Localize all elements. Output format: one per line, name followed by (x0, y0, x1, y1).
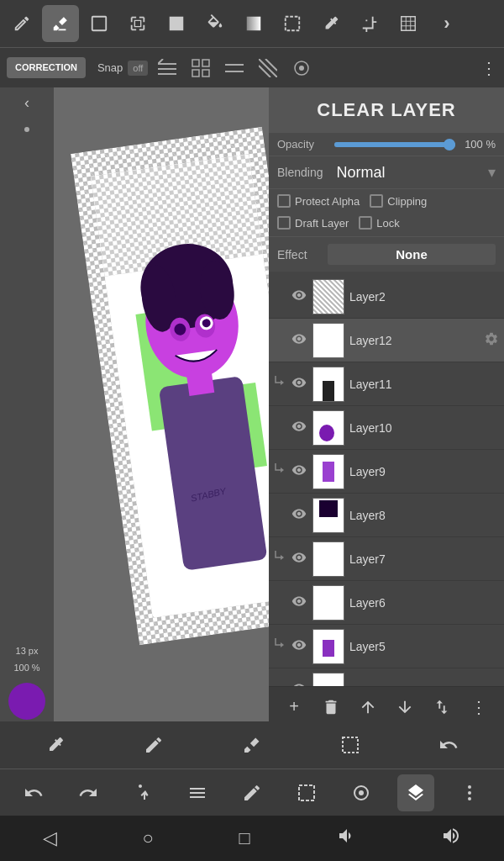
eyedropper-tool[interactable] (312, 5, 349, 42)
volume-down-btn[interactable] (335, 826, 355, 851)
fill-tool[interactable] (158, 5, 195, 42)
layer-visibility-layer12[interactable] (291, 331, 307, 350)
edit-btn[interactable] (234, 774, 270, 811)
circle-pattern-btn[interactable] (287, 54, 316, 82)
layer-item-layer6[interactable]: Layer6 (269, 581, 504, 625)
clipping-box[interactable] (370, 194, 383, 208)
color-swatch[interactable] (8, 683, 45, 720)
correction-button[interactable]: CORRECTION (7, 57, 86, 78)
layer-visibility-layer10[interactable] (291, 419, 307, 437)
effect-value[interactable]: None (328, 244, 496, 265)
draft-layer-label: Draft Layer (295, 217, 349, 230)
layer-indent-layer7 (274, 549, 286, 568)
layer-more-btn[interactable]: ⋮ (462, 690, 496, 724)
layer-visibility-layer2[interactable] (291, 288, 307, 306)
svg-rect-8 (192, 60, 199, 66)
layer-item-layer2[interactable]: Layer2 (269, 275, 504, 319)
line-pattern-btn[interactable] (220, 54, 249, 82)
layer-item-layer5[interactable]: Layer5 (269, 625, 504, 668)
hatch-pattern-btn[interactable] (153, 54, 181, 82)
recent-nav-btn[interactable]: □ (239, 827, 249, 849)
layer-thumb-layer9 (312, 454, 344, 489)
layer-item-layer7[interactable]: Layer7 (269, 537, 504, 581)
select-rect-tool[interactable] (274, 5, 311, 42)
protect-alpha-box[interactable] (277, 194, 291, 208)
select2-btn[interactable] (288, 774, 325, 811)
pick-btn[interactable] (124, 774, 161, 811)
layer-indent-layer5 (274, 637, 286, 656)
protect-alpha-checkbox[interactable]: Protect Alpha (277, 194, 360, 208)
layer-visibility-layer7[interactable] (291, 550, 307, 568)
svg-point-48 (468, 785, 471, 789)
layer-visibility-layer11[interactable] (291, 375, 307, 394)
stamp-btn[interactable] (343, 774, 380, 811)
nav-bar: ◁ ○ □ (0, 816, 504, 861)
panel-collapse-arrow[interactable]: ▾ (488, 163, 496, 182)
layer-item-layer10[interactable]: Layer10 (269, 406, 504, 450)
draft-layer-box[interactable] (277, 216, 291, 230)
eraser-tool[interactable] (42, 5, 79, 42)
redo-btn[interactable] (70, 774, 107, 811)
volume-up-btn[interactable] (441, 826, 461, 851)
layer-gear-layer12[interactable] (484, 331, 499, 350)
svg-rect-10 (192, 70, 199, 77)
clear-layer-banner[interactable]: CLEAR LAYER (269, 87, 504, 133)
pencil-tool[interactable] (3, 5, 40, 42)
layer-item-layer8[interactable]: Layer8 (269, 494, 504, 537)
second-toolbar-more-btn[interactable]: ⋮ (480, 58, 497, 78)
draft-layer-checkbox[interactable]: Draft Layer (277, 216, 349, 230)
delete-layer-btn[interactable] (314, 690, 348, 724)
move-down-layer-btn[interactable] (388, 690, 422, 724)
clipping-checkbox[interactable]: Clipping (370, 194, 427, 208)
svg-rect-0 (92, 17, 107, 31)
blending-row: Blending Normal ▾ (269, 156, 504, 188)
lasso-bottom-btn[interactable] (332, 726, 369, 763)
grid-pattern-btn[interactable] (186, 54, 215, 82)
home-nav-btn[interactable]: ○ (143, 827, 154, 849)
layer-item-layer9[interactable]: Layer9 (269, 450, 504, 494)
mesh-tool[interactable] (390, 5, 427, 42)
svg-rect-1 (170, 17, 184, 31)
more-tool-btn[interactable]: › (428, 5, 465, 42)
dots-btn[interactable] (451, 774, 488, 811)
svg-marker-40 (281, 467, 284, 473)
layer-indent-layer9 (274, 462, 286, 481)
layer-item-layer11[interactable]: Layer11 (269, 362, 504, 406)
undo2-btn[interactable] (15, 774, 52, 811)
protect-alpha-label: Protect Alpha (295, 195, 360, 208)
paint-bucket-tool[interactable] (197, 5, 234, 42)
eyedropper-bottom-btn[interactable] (37, 726, 74, 763)
sidebar-collapse-btn[interactable]: ‹ (24, 94, 29, 112)
layer-item-layer12[interactable]: Layer12 (269, 319, 504, 362)
layer-visibility-layer6[interactable] (291, 594, 307, 612)
layers2-btn[interactable] (397, 774, 434, 811)
opacity-slider[interactable] (334, 142, 455, 147)
bottom-toolbar2 (0, 769, 504, 816)
lock-checkbox[interactable]: Lock (359, 216, 399, 230)
diagonal-pattern-btn[interactable] (254, 54, 282, 82)
back-nav-btn[interactable]: ◁ (43, 827, 57, 849)
select-tool[interactable] (81, 5, 118, 42)
add-layer-btn[interactable]: + (277, 690, 311, 724)
canvas-area[interactable]: STABBY (54, 87, 269, 726)
layer-visibility-layer8[interactable] (291, 506, 307, 525)
menu-btn[interactable] (179, 774, 216, 811)
lock-box[interactable] (359, 216, 372, 230)
layer-thumb-layer2 (312, 279, 344, 314)
eraser-bottom-btn[interactable] (234, 726, 270, 763)
layer-visibility-layer5[interactable] (291, 637, 307, 656)
undo-bottom-btn[interactable] (430, 726, 467, 763)
crop-tool[interactable] (351, 5, 388, 42)
svg-rect-44 (299, 785, 314, 800)
transform-tool[interactable] (119, 5, 156, 42)
svg-marker-42 (281, 642, 284, 647)
layer-visibility-layer9[interactable] (291, 462, 307, 481)
blending-value[interactable]: Normal (337, 164, 386, 182)
pencil-bottom-btn[interactable] (135, 726, 172, 763)
layer-thumb-layer11 (312, 367, 344, 402)
gradient-tool[interactable] (235, 5, 272, 42)
merge-layer-btn[interactable] (425, 690, 459, 724)
snap-toggle[interactable]: off (128, 61, 148, 76)
move-up-layer-btn[interactable] (351, 690, 385, 724)
layer-item-layer4[interactable]: Layer4 (269, 668, 504, 686)
